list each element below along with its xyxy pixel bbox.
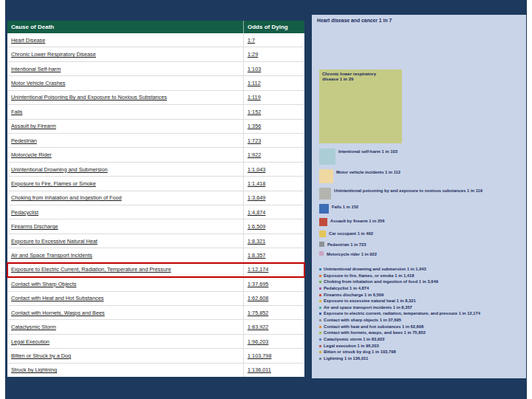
odds-cell: 1:12,174 <box>244 263 304 276</box>
square-label: Unintentional poisoning by and exposure … <box>334 188 482 193</box>
big-square: Chronic lower respiratory disease 1 in 2… <box>319 69 402 143</box>
bullet-item: Contact with heat and hot substances 1 i… <box>319 324 522 329</box>
table-row: Falls1:152 <box>7 105 304 119</box>
cause-cell: Pedestrian <box>7 134 244 147</box>
square-label: Intentional self-harm 1 in 103 <box>338 149 398 154</box>
square-item: Intentional self-harm 1 in 103 <box>319 149 520 165</box>
cause-cell: Exposure to Fire, Flames or Smoke <box>7 177 244 190</box>
cause-cell: Pedacyclist <box>7 205 244 219</box>
table-row: Cataclysmic Storm1:83,922 <box>7 320 304 334</box>
bullet-marker-icon <box>319 281 321 283</box>
square-swatch <box>319 231 326 237</box>
cause-cell: Heart Disease <box>7 33 244 47</box>
cause-cell: Unintentional Drowning and Submersion <box>7 163 244 176</box>
odds-cell: 1:136,011 <box>244 364 304 377</box>
cause-cell: Bitten or Struck by a Dog <box>7 349 244 362</box>
bullet-marker-icon <box>319 294 321 296</box>
square-item: Motor vehicle incidents 1 in 112 <box>319 169 520 183</box>
bullet-marker-icon <box>319 338 321 341</box>
bullet-label: Legal execution 1 in 96,203 <box>324 344 379 348</box>
odds-table: Cause of Death Odds of Dying Heart Disea… <box>7 21 304 377</box>
bullet-label: Exposure to fire, flames, or smoke 1 in … <box>324 273 414 278</box>
odds-cell: 1:8,321 <box>244 234 304 248</box>
table-row: Firearms Discharge1:6,509 <box>7 219 304 233</box>
cause-cell: Firearms Discharge <box>7 219 244 233</box>
odds-cell: 1:8,357 <box>244 248 304 262</box>
odds-cell: 1:96,203 <box>244 335 304 348</box>
table-row: Unintentional Drowning and Submersion1:1… <box>7 163 304 177</box>
bullet-label: Pedalcyclist 1 in 4,874 <box>324 286 369 290</box>
bullet-item: Exposure to electric current, radiation,… <box>319 311 522 316</box>
header-cell-odds: Odds of Dying <box>244 21 304 33</box>
square-swatch <box>319 149 335 165</box>
square-swatch <box>319 218 327 226</box>
table-header: Cause of Death Odds of Dying <box>7 21 304 33</box>
table-row: Intentional Self-harm1:103 <box>7 62 304 76</box>
square-swatch <box>319 169 333 183</box>
bullet-label: Exposure to electric current, radiation,… <box>324 311 480 316</box>
cause-cell: Air and Space Transport Incidents <box>7 248 244 262</box>
bullet-label: Firearms discharge 1 in 6,509 <box>324 293 383 297</box>
odds-cell: 1:103 <box>244 62 304 75</box>
square-label: Pedestrian 1 in 723 <box>327 242 366 247</box>
square-swatch <box>319 204 329 214</box>
square-label: Motor vehicle incidents 1 in 112 <box>336 170 400 174</box>
cause-cell: Intentional Self-harm <box>7 62 244 75</box>
table-row: Motor Vehicle Crashes1:112 <box>7 76 304 90</box>
bullet-item: Legal execution 1 in 96,203 <box>319 344 522 348</box>
header-cell-cause: Cause of Death <box>7 21 244 33</box>
odds-cell: 1:4,874 <box>244 205 304 219</box>
odds-cell: 1:1,418 <box>244 177 304 190</box>
odds-cell: 1:37,695 <box>244 277 304 290</box>
infographic-panel: Heart disease and cancer 1 in 7 Chronic … <box>312 15 526 378</box>
cause-cell: Assault by Firearm <box>7 120 244 133</box>
table-row: Chronic Lower Respiratory Disease1:29 <box>7 47 304 61</box>
table-row: Assault by Firearm1:356 <box>7 120 304 134</box>
table-row: Exposure to Electric Current, Radiation,… <box>7 263 304 277</box>
square-item: Unintentional poisoning by and exposure … <box>319 188 520 200</box>
square-swatch <box>319 251 324 256</box>
cause-cell: Exposure to Excessive Natural Heat <box>7 234 244 248</box>
square-item: Assault by firearm 1 in 356 <box>319 218 520 226</box>
bullet-item: Contact with sharp objects 1 in 37,695 <box>319 318 522 322</box>
cause-cell: Contact with Hornets, Wasps and Bees <box>7 306 244 319</box>
bullet-marker-icon <box>319 275 321 277</box>
table-row: Heart Disease1:7 <box>7 33 304 47</box>
table-row: Contact with Hornets, Wasps and Bees1:75… <box>7 306 304 320</box>
table-row: Pedestrian1:723 <box>7 134 304 148</box>
odds-cell: 1:1,043 <box>244 163 304 176</box>
table-row: Exposure to Excessive Natural Heat1:8,32… <box>7 234 304 248</box>
bullet-marker-icon <box>319 326 321 328</box>
bullet-label: Contact with hornets, wasps, and bees 1 … <box>324 330 426 335</box>
cause-cell: Cataclysmic Storm <box>7 320 244 333</box>
bullet-label: Bitten or struck by dog 1 in 103,798 <box>324 349 396 354</box>
odds-cell: 1:103,798 <box>244 349 304 362</box>
bullet-item: Pedalcyclist 1 in 4,874 <box>319 286 522 290</box>
bullet-marker-icon <box>319 358 321 360</box>
bullet-marker-icon <box>319 351 321 353</box>
bullet-label: Contact with sharp objects 1 in 37,695 <box>324 318 401 322</box>
bullet-item: Bitten or struck by dog 1 in 103,798 <box>319 349 522 354</box>
cause-cell: Motorcycle Rider <box>7 148 244 161</box>
infographic-title: Heart disease and cancer 1 in 7 <box>317 18 392 23</box>
square-swatch <box>319 188 331 200</box>
odds-cell: 1:75,852 <box>244 306 304 319</box>
table-row: Choking from Inhalation and Ingestion of… <box>7 191 304 205</box>
bullet-marker-icon <box>319 313 321 315</box>
odds-cell: 1:723 <box>244 134 304 147</box>
bullet-label: Unintentional drowning and submersion 1 … <box>324 267 426 271</box>
bullet-item: Exposure to excessive natural heat 1 in … <box>319 299 522 303</box>
bullet-marker-icon <box>319 332 321 334</box>
bullet-marker-icon <box>319 287 321 290</box>
bullet-label: Contact with heat and hot substances 1 i… <box>324 324 423 329</box>
table-row: Contact with Sharp Objects1:37,695 <box>7 277 304 291</box>
bullet-item: Unintentional drowning and submersion 1 … <box>319 267 522 271</box>
square-label: Motorcycle rider 1 in 922 <box>327 252 377 256</box>
square-label: Car occupant 1 in 492 <box>329 231 373 236</box>
bullet-marker-icon <box>319 345 321 347</box>
cause-cell: Chronic Lower Respiratory Disease <box>7 47 244 61</box>
bullet-item: Choking from inhalation and ingestion of… <box>319 279 522 284</box>
bullet-item: Exposure to fire, flames, or smoke 1 in … <box>319 273 522 278</box>
cause-cell: Contact with Sharp Objects <box>7 277 244 290</box>
table-row: Exposure to Fire, Flames or Smoke1:1,418 <box>7 177 304 191</box>
